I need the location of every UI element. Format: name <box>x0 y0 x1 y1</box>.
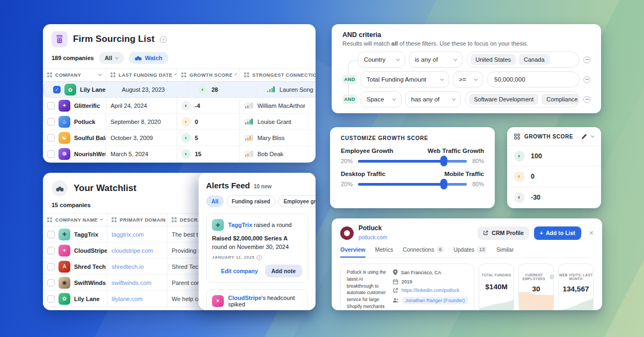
score-value: -30 <box>531 194 540 201</box>
company-link[interactable]: CloudStripe <box>228 295 261 301</box>
connection-name: William MacArthor <box>258 102 305 109</box>
chevron-down-icon[interactable] <box>591 134 595 137</box>
info-icon[interactable]: i <box>550 275 553 279</box>
row-checkbox[interactable] <box>47 247 55 254</box>
row-checkbox[interactable]: ✓ <box>53 86 61 93</box>
table-row[interactable]: ♨Potluck September 8, 2020 ◐0 Louise Gra… <box>43 114 316 130</box>
tab-all[interactable]: All <box>206 195 224 207</box>
weight-slider[interactable] <box>358 160 467 163</box>
column-header-strongest-connection[interactable]: STRONGEST CONNECTION <box>240 69 316 81</box>
location-pin-icon <box>393 269 398 275</box>
company-avatar: A <box>58 261 70 273</box>
linkedin-link[interactable]: https://linkedin.com/potluck <box>401 288 459 293</box>
value-chip[interactable]: Software Development <box>469 94 538 105</box>
column-header-growth-score[interactable]: GROWTH SCORE <box>177 69 240 81</box>
tab-employee-growth[interactable]: Employee growth <box>278 195 316 207</box>
company-link[interactable]: TaggTrix <box>228 222 252 228</box>
row-checkbox[interactable] <box>47 118 55 126</box>
chevron-down-icon <box>100 217 104 221</box>
filter-value-input[interactable]: 50,000,000 <box>487 71 580 87</box>
alerts-tabs: All Funding raised Employee growth <box>206 195 316 207</box>
column-header-company[interactable]: COMPANY <box>43 69 106 81</box>
field-select[interactable]: Space <box>361 91 401 107</box>
chevron-down-icon <box>392 97 396 100</box>
table-row[interactable]: ☯Soulful Balance October 3, 2009 ◐5 Mary… <box>43 130 316 146</box>
tab-connections[interactable]: Connections6 <box>403 246 444 258</box>
company-name: NourishWell <box>74 151 106 157</box>
firm-sourcing-list-card: Firm Sourcing List i 189 companies All W… <box>43 24 316 163</box>
info-icon[interactable]: i <box>257 255 262 260</box>
tab-updates[interactable]: Updates13 <box>453 246 487 258</box>
remove-filter-icon[interactable] <box>583 96 590 103</box>
slider-right-label: Web Traffic Growth <box>428 148 484 154</box>
domain-link[interactable]: cloudstripe.com <box>112 247 153 254</box>
founder-chip[interactable]: Jonathan Ranger (Founder) <box>402 297 468 304</box>
edit-pencil-icon[interactable] <box>581 134 587 140</box>
remove-filter-icon[interactable] <box>583 56 590 63</box>
growth-score-header: GROWTH SCORE <box>507 127 601 146</box>
stat-current-employees: CURRENT EMPLOYEESi 30 <box>518 263 554 310</box>
tab-funding-raised[interactable]: Funding raised <box>226 195 276 207</box>
column-header-company-name[interactable]: COMPANY NAME <box>43 214 107 226</box>
domain-link[interactable]: taggtrix.com <box>112 231 144 238</box>
connection-name: Bob Deak <box>258 151 283 157</box>
remove-filter-icon[interactable] <box>583 76 590 83</box>
info-icon[interactable]: i <box>160 36 167 43</box>
row-checkbox[interactable] <box>47 134 55 142</box>
row-checkbox[interactable] <box>47 295 55 303</box>
domain-link[interactable]: swiftwinds.com <box>112 280 151 286</box>
crm-profile-button[interactable]: CRM Profile <box>478 226 529 240</box>
close-icon[interactable]: × <box>589 229 594 237</box>
add-note-button[interactable]: Add note <box>265 265 303 277</box>
score-row[interactable]: ◐-30 <box>507 187 601 208</box>
operator-select[interactable]: has any of <box>405 91 461 107</box>
slider-thumb[interactable] <box>441 179 448 189</box>
company-avatar: ☯ <box>58 132 70 144</box>
alerts-header: Alerts Feed 10 new <box>199 173 316 190</box>
table-row[interactable]: ✓✿Lily Lane August 23, 2023 ◐28 Lauren S… <box>43 82 316 98</box>
filter-values-input[interactable]: Software Development Compliance <box>465 91 580 107</box>
filter-all-dropdown[interactable]: All <box>99 52 124 64</box>
value-chip[interactable]: United States <box>471 54 516 65</box>
domain-link[interactable]: shredtech.io <box>112 263 144 270</box>
alert-item[interactable]: ✶ CloudStripe's headcount spiked <box>206 289 308 310</box>
operator-select[interactable]: >= <box>453 71 483 87</box>
score-row[interactable]: ◐0 <box>507 166 601 187</box>
company-logo <box>340 226 354 240</box>
value-chip[interactable]: Canada <box>519 54 550 65</box>
edit-company-link[interactable]: Edit company <box>221 268 258 274</box>
value-chip[interactable]: Compliance <box>541 94 580 105</box>
tab-overview[interactable]: Overview <box>340 246 365 258</box>
company-avatar: ✿ <box>64 84 76 96</box>
column-header-funding-date[interactable]: LAST FUNDING DATE <box>106 69 177 81</box>
table-row[interactable]: ❁NourishWell March 5, 2024 ◐15 Bob Deak <box>43 146 316 162</box>
growth-score-value: 15 <box>195 151 201 157</box>
column-header-primary-domain[interactable]: PRIMARY DOMAIN <box>107 214 167 226</box>
score-row[interactable]: ◐100 <box>507 146 601 166</box>
slider-max: 80% <box>472 158 484 164</box>
filter-values-input[interactable]: United States Canada <box>466 52 580 68</box>
tab-metrics[interactable]: Metrics <box>375 246 393 258</box>
row-checkbox[interactable] <box>47 231 55 238</box>
domain-link[interactable]: lilylane.com <box>112 296 142 302</box>
row-checkbox[interactable] <box>47 102 55 109</box>
growth-score-icon: ◐ <box>181 149 191 159</box>
alert-item[interactable]: ✚ TaggTrix raised a round Raised $2,000,… <box>206 214 308 283</box>
field-select[interactable]: Total Funding Amount <box>361 71 449 87</box>
tab-similar[interactable]: Similar <box>496 246 514 258</box>
company-domain-link[interactable]: potluck.com <box>358 235 387 240</box>
row-checkbox[interactable] <box>47 150 55 158</box>
chevron-down-icon <box>452 97 456 100</box>
add-to-list-button[interactable]: +Add to List <box>534 226 581 240</box>
slider-thumb[interactable] <box>441 156 448 166</box>
funding-date: April 24, 2024 <box>111 102 147 109</box>
operator-select[interactable]: is any of <box>409 52 463 68</box>
watch-button[interactable]: Watch <box>129 52 169 64</box>
chevron-down-icon <box>396 57 400 61</box>
row-checkbox[interactable] <box>47 263 55 270</box>
table-row[interactable]: ✦Glitterific April 24, 2024 ◐-4 William … <box>43 98 316 114</box>
row-checkbox[interactable] <box>47 279 55 287</box>
weight-slider[interactable] <box>358 183 467 186</box>
field-select[interactable]: Country <box>358 52 405 68</box>
company-description: We help co <box>172 296 201 302</box>
